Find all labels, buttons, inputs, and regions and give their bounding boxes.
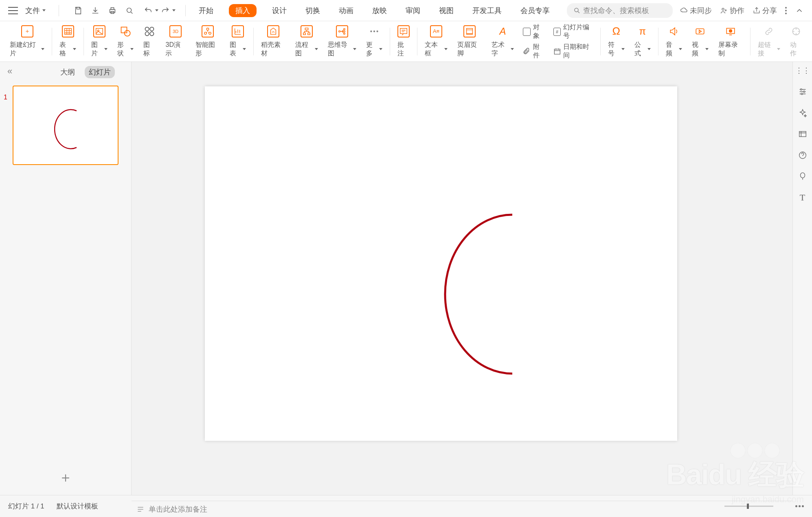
collapse-panel-icon[interactable]: « [7,66,12,77]
notes-icon [136,505,145,513]
header-icon [463,25,476,37]
icons-icon [143,25,156,37]
search-input[interactable]: 查找命令、搜索模板 [567,3,673,18]
threeD-button[interactable]: 3D 3D演示 [160,25,190,58]
outline-tab[interactable]: 大纲 [56,66,79,78]
more-status-icon[interactable] [795,505,804,507]
file-label: 文件 [25,6,40,15]
undo-icon[interactable] [144,6,153,15]
image-button[interactable]: 图片 [86,25,112,58]
tab-slideshow[interactable]: 放映 [369,4,390,17]
search-placeholder: 查找命令、搜索模板 [583,6,649,15]
save-icon[interactable] [74,6,83,15]
symbol-button[interactable]: Ω 符号 [603,25,629,58]
tab-transition[interactable]: 切换 [302,4,323,17]
screenrec-button[interactable]: 屏幕录制 [713,25,748,58]
mindmap-button[interactable]: 思维导图 [323,25,361,58]
chevron-down-icon [777,48,780,50]
file-menu-button[interactable]: 文件 [22,4,49,17]
svg-rect-21 [308,33,310,35]
textbox-button[interactable]: A≡ 文本框 [420,25,452,58]
flow-button[interactable]: 流程图 [290,25,323,58]
slide-canvas[interactable] [205,86,677,441]
hamburger-icon[interactable] [8,7,18,14]
svg-point-6 [722,8,724,10]
tab-animation[interactable]: 动画 [336,4,357,17]
header-button[interactable]: 页眉页脚 [452,25,487,58]
docer-icon [267,25,279,37]
object-button[interactable]: 对象 [523,23,545,40]
new-slide-button[interactable]: ＋ 新建幻灯片 [5,25,49,58]
template-icon[interactable] [797,129,808,139]
help-icon[interactable] [797,150,808,161]
paperclip-icon [523,47,531,55]
share-button[interactable]: 分享 [753,6,777,15]
redo-icon[interactable] [161,6,170,15]
chevron-down-icon [41,48,44,50]
slidenumber-button[interactable]: #幻灯片编号 [553,23,594,40]
svg-rect-29 [400,28,407,33]
separator [253,28,254,55]
svg-rect-20 [303,33,306,35]
tab-start[interactable]: 开始 [195,4,217,17]
chevron-down-icon [243,48,246,50]
chevron-down-icon [511,48,514,50]
canvas-area[interactable] [132,62,792,495]
chevron-down-icon [73,48,76,50]
smart-button[interactable]: 智能图形 [191,25,225,58]
tab-insert[interactable]: 插入 [229,4,257,17]
separator [83,28,84,55]
export-icon[interactable] [91,6,100,15]
slides-tab[interactable]: 幻灯片 [85,66,115,78]
audio-button[interactable]: 音频 [661,25,687,58]
print-icon[interactable] [108,6,117,15]
add-slide-button[interactable]: ＋ [59,468,72,487]
formula-button[interactable]: π 公式 [630,25,656,58]
arc-shape[interactable] [429,209,551,380]
table-button[interactable]: 表格 [55,25,81,58]
sparkle-icon[interactable] [797,108,808,118]
balloon-icon[interactable] [797,171,808,182]
tab-design[interactable]: 设计 [269,4,290,17]
separator [417,28,417,55]
more-menu-icon[interactable] [785,7,787,14]
collab-button[interactable]: 协作 [720,6,744,15]
docer-button[interactable]: 稻壳素材 [256,25,290,58]
datetime-button[interactable]: 日期和时间 [553,43,594,60]
tab-devtools[interactable]: 开发工具 [469,4,505,17]
number-icon: # [553,28,561,36]
separator [185,5,186,16]
svg-point-34 [729,29,732,32]
ribbon-side-group-2: #幻灯片编号 日期和时间 [549,23,598,60]
collapse-ribbon-icon[interactable] [795,6,804,15]
print-preview-icon[interactable] [125,6,134,15]
svg-rect-39 [799,132,806,137]
chart-button[interactable]: 图表 [225,25,251,58]
action-icon [790,25,802,37]
video-button[interactable]: 视频 [687,25,713,58]
separator [59,5,59,16]
tab-review[interactable]: 审阅 [402,4,424,17]
calendar-icon [553,47,561,55]
smart-icon [202,25,214,37]
zoom-slider[interactable] [724,506,773,507]
more-button[interactable]: 更多 [361,25,387,58]
text-icon[interactable]: T [797,192,808,203]
wordart-button[interactable]: A 艺术字 [487,25,519,58]
attachment-button[interactable]: 附件 [523,43,545,60]
tab-member[interactable]: 会员专享 [517,4,553,17]
drag-handle-icon[interactable]: ⋮⋮ [797,65,808,76]
tab-view[interactable]: 视图 [436,4,457,17]
settings-slider-icon[interactable] [797,86,808,97]
svg-point-41 [800,173,805,178]
redo-dropdown-icon[interactable] [172,9,176,11]
unsync-button[interactable]: 未同步 [680,6,712,15]
shape-button[interactable]: 形状 [112,25,138,58]
notes-input[interactable]: 单击此处添加备注 [132,501,792,517]
slide-thumbnail-1[interactable]: 1 [13,86,119,165]
svg-point-14 [145,32,149,35]
audio-icon [668,25,680,37]
annotate-button[interactable]: 批注 [393,25,415,58]
undo-dropdown-icon[interactable] [155,9,158,11]
icon-button[interactable]: 图标 [138,25,160,58]
